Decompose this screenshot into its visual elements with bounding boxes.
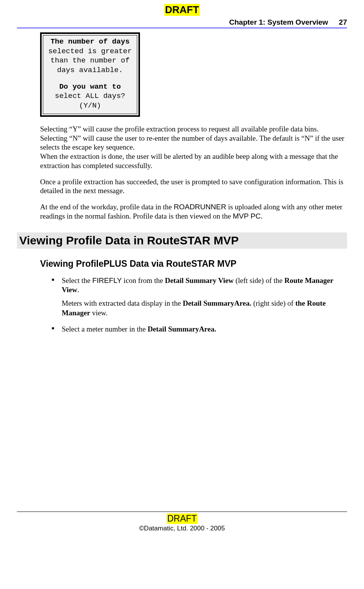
prompt-line-3: than the number of — [44, 56, 136, 66]
paragraph-3: At the end of the workday, profile data … — [40, 202, 347, 221]
prompt-line-2: selected is greater — [44, 47, 136, 56]
list-item: Select the FIREFLY icon from the Detail … — [52, 276, 347, 318]
page-footer: DRAFT ©Datamatic, Ltd. 2000 - 2005 — [17, 512, 347, 532]
subsection-heading: Viewing ProfilePLUS Data via RouteSTAR M… — [40, 259, 347, 269]
draft-bottom-label: DRAFT — [167, 513, 198, 524]
copyright-text: ©Datamatic, Ltd. 2000 - 2005 — [17, 525, 347, 532]
paragraph-1: Selecting “Y” will cause the profile ext… — [40, 125, 347, 170]
section-heading: Viewing Profile Data in RouteSTAR MVP — [17, 232, 347, 249]
page-header: Chapter 1: System Overview 27 — [17, 18, 347, 27]
terminal-prompt-inner: The number of days selected is greater t… — [43, 35, 137, 114]
prompt-line-6: select ALL days? — [44, 91, 136, 101]
page-number: 27 — [339, 18, 347, 27]
draft-top-label: DRAFT — [164, 4, 200, 16]
footer-rule — [17, 512, 347, 512]
prompt-line-4: days available. — [44, 66, 136, 75]
draft-header: DRAFT — [17, 4, 347, 16]
prompt-line-1: The number of days — [44, 37, 136, 47]
list-item: Select a meter number in the Detail Summ… — [52, 325, 347, 334]
paragraph-2: Once a profile extraction has succeeded,… — [40, 177, 347, 196]
header-rule — [17, 27, 347, 29]
terminal-prompt-box: The number of days selected is greater t… — [40, 32, 140, 117]
prompt-line-7: (Y/N) — [44, 101, 136, 111]
list-item-sub: Meters with extracted data display in th… — [62, 299, 347, 318]
prompt-blank — [44, 75, 136, 82]
bullet-list: Select the FIREFLY icon from the Detail … — [52, 276, 347, 334]
chapter-title: Chapter 1: System Overview — [229, 18, 328, 27]
prompt-line-5: Do you want to — [44, 82, 136, 92]
